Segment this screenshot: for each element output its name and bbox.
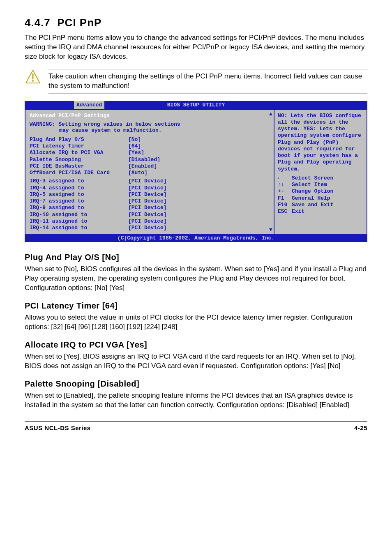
subsection-body: When set to [Yes], BIOS assigns an IRQ t… (25, 352, 367, 371)
key-row: +-Change Option (278, 188, 363, 195)
bios-body: Advanced PCI/PnP Settings WARNING: Setti… (25, 109, 367, 235)
caution-block: Take caution when changing the settings … (25, 69, 367, 94)
key-action: Save and Exit (292, 202, 333, 208)
key-symbol: ← (278, 175, 292, 182)
bios-left-pane: Advanced PCI/PnP Settings WARNING: Setti… (25, 109, 268, 235)
bios-option-value: [PCI Device] (128, 205, 264, 211)
bios-option-label: IRQ-3 assigned to (30, 178, 128, 184)
bios-option-value: [64] (128, 143, 264, 150)
bios-option-row[interactable]: IRQ-9 assigned to [PCI Device] (30, 205, 264, 211)
bios-option-row[interactable]: OffBoard PCI/ISA IDE Card [Auto] (30, 170, 264, 176)
bios-option-value: [PCI Device] (128, 198, 264, 205)
key-symbol: ESC (278, 208, 292, 215)
bios-option-label: Palette Snooping (30, 157, 128, 163)
bios-key-legend: ←Select Screen ↑↓Select Item +-Change Op… (278, 175, 363, 215)
bios-option-label: IRQ-10 assigned to (30, 212, 128, 218)
key-symbol: ↑↓ (278, 182, 292, 188)
bios-option-row[interactable]: IRQ-11 assigned to [PCI Device] (30, 218, 264, 225)
key-action: Exit (292, 208, 304, 215)
subsection-title: PCI Latency Timer [64] (25, 301, 367, 311)
scroll-up-icon[interactable]: ▲ (269, 111, 272, 117)
subsection-title: Palette Snooping [Disabled] (25, 379, 367, 389)
section-number-text: 4.4.7 (25, 16, 51, 29)
footer-left: ASUS NCL-DS Series (25, 424, 91, 431)
bios-help-pane: NO: Lets the BIOS confique all the devic… (274, 109, 367, 235)
bios-option-row[interactable]: IRQ-7 assigned to [PCI Device] (30, 198, 264, 205)
bios-option-row[interactable]: IRQ-4 assigned to [PCI Device] (30, 185, 264, 191)
key-row: ESCExit (278, 208, 363, 215)
bios-option-value: [No] (128, 136, 264, 143)
intro-paragraph: The PCI PnP menu items allow you to chan… (25, 33, 367, 62)
key-action: General Help (292, 195, 330, 202)
bios-option-label: IRQ-5 assigned to (30, 191, 128, 198)
key-action: Select Item (292, 182, 327, 188)
key-row: ←Select Screen (278, 175, 363, 182)
bios-option-row[interactable]: PCI IDE BusMaster [Enabled] (30, 163, 264, 170)
bios-option-label: Allocate IRQ to PCI VGA (30, 150, 128, 156)
key-row: F10Save and Exit (278, 202, 363, 208)
bios-option-label: IRQ-4 assigned to (30, 185, 128, 191)
key-symbol: F1 (278, 195, 292, 202)
page-footer: ASUS NCL-DS Series 4-25 (25, 421, 367, 431)
bios-option-row[interactable]: PCI Latency Timer [64] (30, 143, 264, 150)
bios-option-row[interactable]: IRQ-5 assigned to [PCI Device] (30, 191, 264, 198)
bios-option-value: [PCI Device] (128, 185, 264, 191)
subsection-title: Allocate IRQ to PCI VGA [Yes] (25, 340, 367, 350)
bios-warning-line2: may cause system to malfunction. (30, 127, 264, 134)
bios-option-value: [Disabled] (128, 157, 264, 163)
subsection-body: When set to [Enabled], the pallete snoop… (25, 391, 367, 410)
subsection: Allocate IRQ to PCI VGA [Yes] When set t… (25, 340, 367, 371)
key-row: ↑↓Select Item (278, 182, 363, 188)
subsection: Palette Snooping [Disabled] When set to … (25, 379, 367, 410)
bios-option-value: [PCI Device] (128, 191, 264, 198)
bios-option-row[interactable]: IRQ-3 assigned to [PCI Device] (30, 178, 264, 184)
bios-option-label: Plug And Play O/S (30, 136, 128, 143)
bios-option-row[interactable]: IRQ-14 assigned to [PCI Device] (30, 225, 264, 231)
bios-warning-line1: WARNING: Setting wrong values in below s… (30, 121, 264, 128)
caution-text: Take caution when changing the settings … (48, 69, 367, 94)
bios-footer: (C)Copyright 1985-2002, American Megatre… (25, 235, 367, 242)
bios-option-value: [PCI Device] (128, 225, 264, 231)
bios-option-row[interactable]: IRQ-10 assigned to [PCI Device] (30, 212, 264, 218)
section-title-text: PCI PnP (57, 16, 101, 29)
bios-option-value: [PCI Device] (128, 218, 264, 225)
bios-option-value: [Yes] (128, 150, 264, 156)
section-heading: 4.4.7 PCI PnP (25, 16, 367, 29)
bios-tabbar: BIOS SETUP UTILITY Advanced (25, 101, 367, 109)
bios-option-row[interactable]: Palette Snooping [Disabled] (30, 157, 264, 163)
bios-option-value: [PCI Device] (128, 178, 264, 184)
svg-point-2 (32, 80, 34, 82)
bios-option-label: IRQ-11 assigned to (30, 218, 128, 225)
bios-option-value: [Enabled] (128, 163, 264, 170)
bios-option-label: IRQ-14 assigned to (30, 225, 128, 231)
scroll-down-icon[interactable]: ▼ (269, 227, 272, 233)
bios-warning: WARNING: Setting wrong values in below s… (30, 121, 264, 134)
bios-help-text: NO: Lets the BIOS confique all the devic… (278, 113, 363, 173)
footer-right: 4-25 (354, 424, 367, 431)
key-symbol: F10 (278, 202, 292, 208)
subsection: Plug And Play O/S [No] When set to [No],… (25, 253, 367, 293)
bios-setup-panel: BIOS SETUP UTILITY Advanced Advanced PCI… (25, 101, 367, 242)
bios-option-label: OffBoard PCI/ISA IDE Card (30, 170, 128, 176)
bios-option-value: [Auto] (128, 170, 264, 176)
bios-option-value: [PCI Device] (128, 212, 264, 218)
subsection-title: Plug And Play O/S [No] (25, 253, 367, 262)
warning-icon (25, 69, 41, 85)
bios-scrollbar[interactable]: ▲ ▼ (268, 109, 274, 235)
subsection-body: When set to [No], BIOS configures all th… (25, 265, 367, 293)
key-action: Select Screen (292, 175, 333, 182)
bios-option-label: PCI IDE BusMaster (30, 163, 128, 170)
bios-option-row[interactable]: Allocate IRQ to PCI VGA [Yes] (30, 150, 264, 156)
bios-left-heading: Advanced PCI/PnP Settings (30, 113, 264, 119)
bios-option-label: IRQ-9 assigned to (30, 205, 128, 211)
key-row: F1General Help (278, 195, 363, 202)
subsection: PCI Latency Timer [64] Allows you to sel… (25, 301, 367, 332)
bios-option-label: IRQ-7 assigned to (30, 198, 128, 205)
key-symbol: +- (278, 188, 292, 195)
bios-option-label: PCI Latency Timer (30, 143, 128, 150)
subsection-body: Allows you to select the value in units … (25, 313, 367, 332)
bios-title: BIOS SETUP UTILITY (167, 102, 225, 108)
tab-advanced[interactable]: Advanced (74, 101, 104, 109)
bios-option-row[interactable]: Plug And Play O/S [No] (30, 136, 264, 143)
key-action: Change Option (292, 188, 333, 195)
